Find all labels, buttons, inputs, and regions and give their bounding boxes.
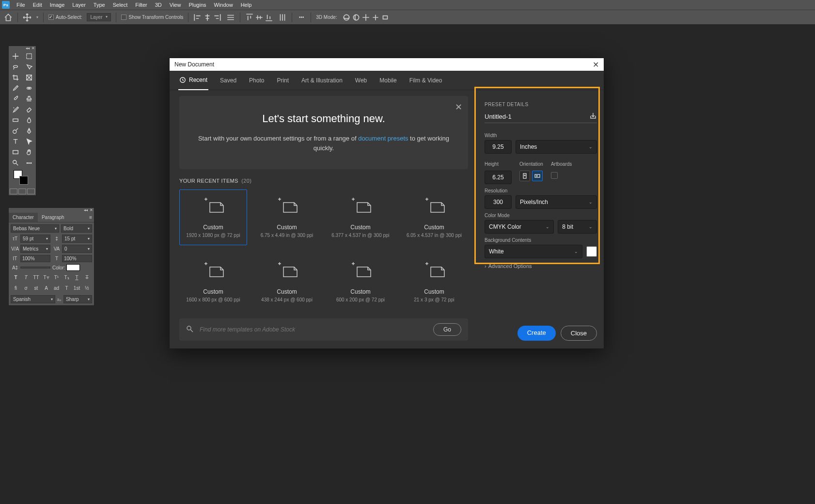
fractions-button[interactable]: ½ xyxy=(82,284,92,292)
close-icon[interactable]: ✕ xyxy=(90,208,93,213)
preset-item[interactable]: Custom21 x 3 px @ 72 ppi xyxy=(400,254,468,310)
tab-art[interactable]: Art & Illustration xyxy=(300,71,344,90)
screen-mode-2[interactable] xyxy=(27,189,35,194)
underline-button[interactable]: T xyxy=(72,273,82,282)
color-mode-dropdown[interactable]: CMYK Color⌄ xyxy=(485,220,554,234)
preset-item[interactable]: Custom6.05 x 4.537 in @ 300 ppi xyxy=(400,189,468,245)
preset-item[interactable]: Custom6.75 x 4.49 in @ 300 ppi xyxy=(253,189,321,245)
width-input[interactable]: 9.25 xyxy=(485,140,512,154)
menu-filter[interactable]: Filter xyxy=(131,1,151,9)
move-tool[interactable] xyxy=(9,51,22,62)
resolution-input[interactable]: 300 xyxy=(485,195,512,209)
align-vcenter-icon[interactable] xyxy=(255,13,264,22)
advanced-options-toggle[interactable]: ›Advanced Options xyxy=(485,263,597,269)
background-color[interactable] xyxy=(19,176,28,185)
preset-item[interactable]: Custom1600 x 800 px @ 600 ppi xyxy=(179,254,247,310)
stock-search-input[interactable] xyxy=(200,326,427,333)
menu-help[interactable]: Help xyxy=(237,1,256,9)
lasso-tool[interactable] xyxy=(9,62,22,72)
tab-paragraph[interactable]: Paragraph xyxy=(38,213,68,222)
language-dropdown[interactable]: Spanish▾ xyxy=(11,295,55,303)
hero-close-icon[interactable]: ✕ xyxy=(455,102,462,112)
3d-slide-icon[interactable] xyxy=(371,13,380,22)
frame-tool[interactable] xyxy=(22,72,36,83)
tab-photo[interactable]: Photo xyxy=(248,71,265,90)
bit-depth-dropdown[interactable]: 8 bit⌄ xyxy=(558,220,597,234)
menu-edit[interactable]: Edit xyxy=(29,1,46,9)
leading-input[interactable]: 15 pt▾ xyxy=(62,235,92,243)
menu-plugins[interactable]: Plugins xyxy=(185,1,210,9)
tab-film[interactable]: Film & Video xyxy=(408,71,443,90)
auto-select-checkbox[interactable]: Auto-Select: xyxy=(48,15,82,20)
subscript-button[interactable]: T₁ xyxy=(62,273,72,282)
menu-view[interactable]: View xyxy=(166,1,185,9)
close-button[interactable]: Close xyxy=(561,326,597,341)
3d-roll-icon[interactable] xyxy=(352,13,360,22)
tab-saved[interactable]: Saved xyxy=(219,71,237,90)
document-name-input[interactable] xyxy=(485,113,586,120)
font-family-dropdown[interactable]: Bebas Neue▾ xyxy=(11,224,59,233)
document-presets-link[interactable]: document presets xyxy=(358,135,408,142)
edit-toolbar[interactable]: ••• xyxy=(22,158,36,168)
rectangle-tool[interactable] xyxy=(9,147,22,158)
stylistic-button[interactable]: ad xyxy=(51,284,62,292)
go-button[interactable]: Go xyxy=(433,323,461,336)
history-brush-tool[interactable] xyxy=(9,104,22,115)
distribute-icon[interactable] xyxy=(226,13,235,22)
orientation-portrait[interactable] xyxy=(519,171,530,181)
zoom-tool[interactable] xyxy=(9,158,22,168)
ligatures-button[interactable]: fi xyxy=(11,284,21,292)
type-tool[interactable] xyxy=(9,136,22,147)
menu-image[interactable]: Image xyxy=(46,1,69,9)
blur-tool[interactable] xyxy=(22,115,36,126)
tab-recent[interactable]: Recent xyxy=(178,71,208,90)
3d-orbit-icon[interactable] xyxy=(342,13,351,22)
show-transform-checkbox[interactable]: Show Transform Controls xyxy=(121,15,183,20)
vscale-input[interactable]: 100% xyxy=(20,255,50,262)
more-options-icon[interactable]: ••• xyxy=(297,13,306,22)
3d-zoom-icon[interactable] xyxy=(381,13,390,22)
allcaps-button[interactable]: TT xyxy=(31,273,41,282)
panel-menu-icon[interactable]: ≡ xyxy=(87,213,94,222)
height-input[interactable]: 6.25 xyxy=(485,171,512,184)
bg-color-swatch[interactable] xyxy=(586,246,597,257)
healing-tool[interactable] xyxy=(22,83,36,94)
dialog-close-icon[interactable]: ✕ xyxy=(593,60,599,69)
auto-select-target-dropdown[interactable]: Layer ▾ xyxy=(87,13,111,21)
align-top-icon[interactable] xyxy=(245,13,254,22)
resolution-unit-dropdown[interactable]: Pixels/Inch⌄ xyxy=(516,195,597,209)
3d-pan-icon[interactable] xyxy=(361,13,370,22)
preset-item[interactable]: Custom6.377 x 4.537 in @ 300 ppi xyxy=(327,189,394,245)
brush-tool[interactable] xyxy=(9,94,22,104)
close-icon[interactable]: ✕ xyxy=(31,46,35,51)
tab-mobile[interactable]: Mobile xyxy=(378,71,397,90)
stamp-tool[interactable] xyxy=(22,94,36,104)
eraser-tool[interactable] xyxy=(22,104,36,115)
menu-select[interactable]: Select xyxy=(109,1,132,9)
menu-window[interactable]: Window xyxy=(210,1,237,9)
menu-type[interactable]: Type xyxy=(90,1,109,9)
italic-button[interactable]: T xyxy=(21,273,31,282)
artboards-checkbox[interactable] xyxy=(551,172,558,179)
preset-item[interactable]: Custom600 x 200 px @ 72 ppi xyxy=(327,254,394,310)
create-button[interactable]: Create xyxy=(517,326,556,341)
align-bottom-icon[interactable] xyxy=(265,13,273,22)
menu-layer[interactable]: Layer xyxy=(68,1,90,9)
screen-mode[interactable] xyxy=(18,189,26,194)
superscript-button[interactable]: T¹ xyxy=(51,273,62,282)
strike-button[interactable]: T xyxy=(82,273,92,282)
tab-web[interactable]: Web xyxy=(354,71,368,90)
preset-item[interactable]: Custom438 x 244 px @ 600 ppi xyxy=(253,254,321,310)
discretionary-button[interactable]: st xyxy=(31,284,41,292)
baseline-input[interactable] xyxy=(20,267,50,268)
quick-mask-mode[interactable] xyxy=(10,189,17,194)
menu-file[interactable]: File xyxy=(13,1,29,9)
hand-tool[interactable] xyxy=(22,147,36,158)
contextual-button[interactable]: σ xyxy=(21,284,31,292)
tab-character[interactable]: Character xyxy=(9,213,38,222)
align-center-icon[interactable] xyxy=(203,13,212,22)
gradient-tool[interactable] xyxy=(9,115,22,126)
collapse-icon[interactable]: ◂◂ xyxy=(84,208,88,213)
bg-contents-dropdown[interactable]: White⌄ xyxy=(485,245,582,258)
titling-button[interactable]: T xyxy=(62,284,72,292)
